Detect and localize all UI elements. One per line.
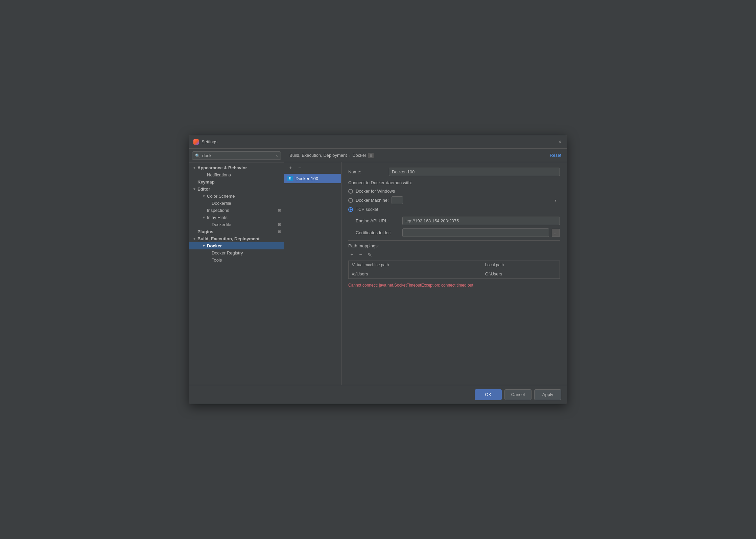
radio-docker-windows[interactable]	[348, 189, 353, 194]
sidebar-label-dockerfile-ih: Dockerfile	[212, 222, 231, 227]
sidebar-item-inlay-hints[interactable]: Inlay Hints	[189, 214, 284, 221]
radio-dot-tcp	[350, 209, 352, 211]
plugins-suffix: ⊞	[278, 229, 281, 234]
sidebar-item-editor[interactable]: Editor	[189, 186, 284, 193]
table-row: /c/Users C:\Users	[349, 269, 560, 279]
breadcrumb: Build, Execution, Deployment › Docker ☰	[289, 153, 374, 158]
docker-machine-select-wrap: ▼	[392, 196, 560, 204]
radio-label-docker-machine: Docker Machine:	[356, 198, 389, 203]
sidebar-item-docker[interactable]: Docker	[189, 242, 284, 249]
docker-list-item[interactable]: D Docker-100	[284, 174, 341, 183]
name-input[interactable]	[389, 168, 560, 176]
cancel-button[interactable]: Cancel	[504, 389, 531, 400]
sidebar-tree: Appearance & Behavior Notifications Keym…	[189, 163, 284, 385]
sidebar-label-notifications: Notifications	[207, 172, 231, 177]
sidebar-label-docker: Docker	[207, 243, 222, 248]
breadcrumb-separator: ›	[349, 153, 350, 158]
content-pane: Build, Execution, Deployment › Docker ☰ …	[284, 149, 567, 385]
tcp-socket-sub-form: Engine API URL: Certificates folder: ...	[348, 217, 560, 237]
radio-tcp-socket[interactable]	[348, 207, 353, 212]
docker-item-icon: D	[287, 176, 293, 181]
sidebar-label-plugins: Plugins	[197, 229, 213, 234]
certificates-row: Certificates folder: ...	[356, 228, 560, 237]
pm-add-button[interactable]: +	[348, 251, 356, 259]
sidebar-item-plugins[interactable]: Plugins ⊞	[189, 228, 284, 235]
arrow-appearance-behavior	[193, 166, 197, 170]
sidebar-label-inspections: Inspections	[207, 208, 229, 213]
radio-group: Docker for Windows Docker Machine: ▼	[348, 189, 560, 212]
connect-label: Connect to Docker daemon with:	[348, 180, 560, 185]
docker-settings: Name: Connect to Docker daemon with: Doc…	[341, 162, 567, 385]
sidebar-item-docker-registry[interactable]: Docker Registry	[189, 249, 284, 256]
sidebar-item-color-scheme[interactable]: Color Scheme	[189, 193, 284, 200]
docker-item-label: Docker-100	[296, 176, 318, 181]
pm-header-vm-path: Virtual machine path	[349, 261, 482, 269]
certificates-label: Certificates folder:	[356, 230, 400, 235]
sidebar-item-tools[interactable]: Tools	[189, 256, 284, 264]
docker-list-toolbar: + −	[284, 162, 341, 174]
docker-panel: + − D Docker-100 Name:	[284, 162, 567, 385]
sidebar-label-color-scheme: Color Scheme	[207, 194, 235, 199]
breadcrumb-parent: Build, Execution, Deployment	[289, 153, 347, 158]
title-bar: Settings ×	[189, 135, 567, 149]
radio-row-docker-windows: Docker for Windows	[348, 189, 560, 194]
arrow-color-scheme	[202, 194, 207, 198]
search-bar: 🔍 ×	[189, 149, 284, 163]
divider	[348, 240, 560, 241]
engine-api-input[interactable]	[402, 217, 560, 225]
radio-row-docker-machine: Docker Machine: ▼	[348, 196, 560, 204]
pm-cell-vm-path: /c/Users	[349, 269, 482, 279]
path-mappings-table: Virtual machine path Local path /c/Users…	[348, 261, 560, 279]
sidebar-label-inlay-hints: Inlay Hints	[207, 215, 228, 220]
arrow-inlay-hints	[202, 216, 207, 219]
reset-button[interactable]: Reset	[550, 153, 561, 158]
settings-dialog: Settings × 🔍 × Appearance & Behavior	[189, 135, 567, 404]
path-mappings-toolbar: + − ✎	[348, 251, 560, 259]
docker-list-items: D Docker-100	[284, 174, 341, 385]
pm-edit-button[interactable]: ✎	[366, 251, 373, 259]
sidebar-item-inspections[interactable]: Inspections ⊞	[189, 207, 284, 214]
remove-docker-button[interactable]: −	[296, 164, 304, 172]
search-clear-icon[interactable]: ×	[276, 153, 278, 158]
engine-api-row: Engine API URL:	[356, 217, 560, 225]
radio-label-tcp-socket: TCP socket	[356, 207, 378, 212]
sidebar-item-dockerfile-ih[interactable]: Dockerfile ⊞	[189, 221, 284, 228]
dockerfile-ih-suffix: ⊞	[278, 222, 281, 227]
name-label: Name:	[348, 169, 389, 174]
add-docker-button[interactable]: +	[287, 164, 294, 172]
arrow-docker	[202, 244, 207, 248]
sidebar-item-build-exec-deploy[interactable]: Build, Execution, Deployment	[189, 235, 284, 242]
sidebar-item-dockerfile-cs[interactable]: Dockerfile	[189, 200, 284, 207]
sidebar-label-keymap: Keymap	[197, 179, 215, 185]
sidebar-label-appearance-behavior: Appearance & Behavior	[197, 165, 247, 170]
sidebar-label-editor: Editor	[197, 187, 210, 192]
engine-api-label: Engine API URL:	[356, 218, 400, 223]
pm-header-local-path: Local path	[482, 261, 560, 269]
sidebar: 🔍 × Appearance & Behavior Notifications	[189, 149, 284, 385]
sidebar-item-appearance-behavior[interactable]: Appearance & Behavior	[189, 164, 284, 171]
error-text: Cannot connect: java.net.SocketTimeoutEx…	[348, 283, 560, 288]
name-row: Name:	[348, 168, 560, 176]
docker-list: + − D Docker-100	[284, 162, 341, 385]
sidebar-label-dockerfile-cs: Dockerfile	[212, 201, 231, 206]
radio-docker-machine[interactable]	[348, 198, 353, 203]
pm-remove-button[interactable]: −	[357, 251, 364, 259]
app-icon	[193, 139, 199, 145]
apply-button[interactable]: Apply	[534, 389, 561, 400]
sidebar-item-notifications[interactable]: Notifications	[189, 171, 284, 178]
sidebar-item-keymap[interactable]: Keymap	[189, 178, 284, 186]
close-button[interactable]: ×	[557, 139, 563, 145]
radio-label-docker-windows: Docker for Windows	[356, 189, 395, 194]
arrow-build-exec-deploy	[193, 237, 197, 241]
pm-cell-local-path: C:\Users	[482, 269, 560, 279]
docker-machine-select[interactable]	[392, 196, 403, 204]
arrow-editor	[193, 187, 197, 191]
ok-button[interactable]: OK	[475, 389, 502, 400]
search-input[interactable]	[202, 153, 276, 158]
dialog-title: Settings	[202, 139, 217, 144]
certificates-input[interactable]	[402, 228, 549, 237]
certificates-folder-button[interactable]: ...	[552, 229, 560, 237]
inspections-suffix: ⊞	[278, 208, 281, 213]
select-arrow-icon: ▼	[554, 198, 557, 202]
content-header: Build, Execution, Deployment › Docker ☰ …	[284, 149, 567, 162]
